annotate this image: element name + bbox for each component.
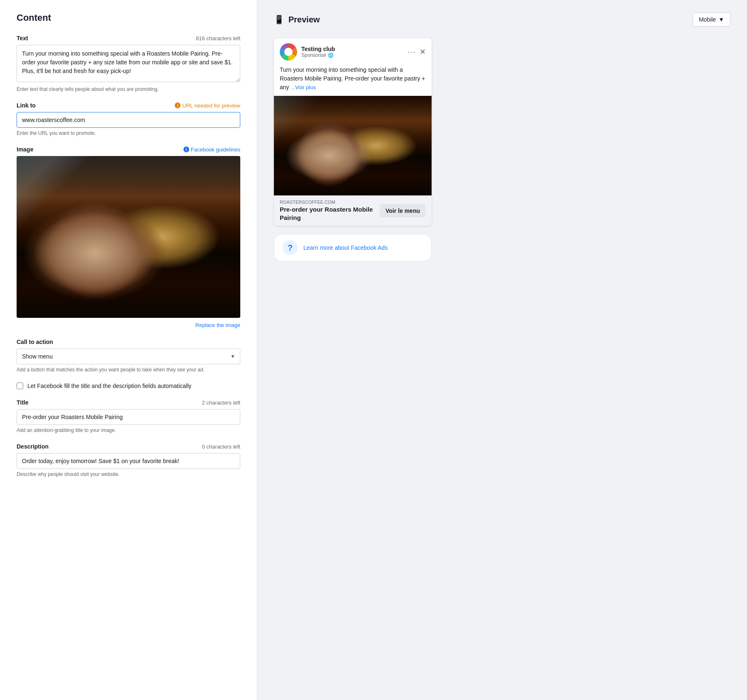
cta-field-group: Call to action Show menu Learn More Shop… — [17, 339, 240, 373]
text-field-label: Text — [17, 35, 28, 41]
content-panel: Content Text 816 characters left Turn yo… — [0, 0, 257, 700]
title-field-label: Title — [17, 399, 29, 406]
avatar-logo-inner — [284, 48, 293, 56]
preview-body-text: Turn your morning into something special… — [274, 66, 432, 96]
preview-page-info: Testing club Sponsorisé 🌐 — [301, 46, 403, 58]
link-field-group: Link to i URL needed for preview Enter t… — [17, 102, 240, 136]
mobile-dropdown-button[interactable]: Mobile ▼ — [693, 12, 730, 27]
text-field-header: Text 816 characters left — [17, 35, 240, 41]
url-input[interactable] — [17, 112, 240, 128]
autofill-checkbox-row: Let Facebook fill the title and the desc… — [17, 383, 240, 389]
preview-cta-headline: Pre-order your Roasters Mobile Pairing — [280, 205, 380, 222]
text-field-group: Text 816 characters left Turn your morni… — [17, 35, 240, 92]
url-needed-badge: i URL needed for preview — [175, 102, 240, 109]
facebook-learn-more-card: ? Learn more about Facebook Ads — [274, 234, 432, 261]
preview-page-name: Testing club — [301, 46, 403, 52]
dropdown-chevron-icon: ▼ — [718, 16, 724, 23]
cta-field-label: Call to action — [17, 339, 53, 345]
preview-panel: 📱 Preview Mobile ▼ Testing club — [257, 0, 747, 700]
title-field-header: Title 2 characters left — [17, 399, 240, 406]
preview-footer: roasterscoffee.com Pre-order your Roaste… — [274, 195, 432, 226]
preview-voir-plus: ...Voir plus — [290, 84, 316, 90]
url-needed-text: URL needed for preview — [182, 102, 240, 109]
panel-title: Content — [17, 12, 240, 23]
link-field-hint: Enter the URL you want to promote. — [17, 130, 240, 136]
url-input-wrapper — [17, 112, 240, 128]
globe-icon: 🌐 — [328, 53, 334, 58]
three-dots-icon[interactable]: ··· — [408, 48, 416, 56]
image-section-header: Image i Facebook guidelines — [17, 146, 240, 153]
preview-sponsored-row: Sponsorisé 🌐 — [301, 52, 403, 58]
preview-domain: roasterscoffee.com — [280, 200, 380, 205]
mobile-btn-label: Mobile — [699, 16, 716, 23]
text-char-counter: 816 characters left — [196, 35, 240, 41]
preview-header-actions: ··· ✕ — [408, 47, 426, 56]
link-field-header: Link to i URL needed for preview — [17, 102, 240, 109]
description-field-label: Description — [17, 443, 49, 450]
replace-image-link[interactable]: Replace the image — [195, 322, 240, 328]
autofill-checkbox-label[interactable]: Let Facebook fill the title and the desc… — [27, 383, 191, 389]
title-char-counter: 2 characters left — [202, 400, 241, 406]
page-logo — [280, 43, 297, 61]
description-field-group: Description 0 characters left Describe w… — [17, 443, 240, 477]
title-field-group: Title 2 characters left Add an attention… — [17, 399, 240, 433]
preview-cta-button[interactable]: Voir le menu — [380, 204, 426, 217]
preview-image-sim — [274, 96, 432, 195]
voir-plus-link[interactable]: Voir plus — [295, 84, 316, 90]
preview-ad-card: Testing club Sponsorisé 🌐 ··· ✕ Turn you… — [274, 38, 432, 226]
coffee-image — [17, 156, 240, 318]
description-char-counter: 0 characters left — [202, 444, 241, 450]
autofill-checkbox[interactable] — [17, 383, 23, 389]
learn-more-prefix: Learn more about — [303, 244, 351, 251]
text-textarea[interactable]: Turn your morning into something special… — [17, 45, 240, 82]
preview-ad-image — [274, 96, 432, 195]
ad-image-container — [17, 156, 240, 318]
image-field-group: Image i Facebook guidelines Replace the … — [17, 146, 240, 329]
preview-card-header: Testing club Sponsorisé 🌐 ··· ✕ — [274, 38, 432, 66]
sponsored-label: Sponsorisé — [301, 52, 326, 58]
preview-avatar — [280, 43, 297, 61]
preview-header: 📱 Preview Mobile ▼ — [274, 12, 730, 27]
facebook-ads-link[interactable]: Facebook Ads — [351, 244, 388, 251]
cta-field-header: Call to action — [17, 339, 240, 345]
mobile-device-icon: 📱 — [274, 15, 284, 24]
preview-footer-left: roasterscoffee.com Pre-order your Roaste… — [280, 200, 380, 222]
cta-select-wrapper: Show menu Learn More Shop Now Sign Up Bo… — [17, 349, 240, 364]
description-input[interactable] — [17, 453, 240, 469]
close-preview-icon[interactable]: ✕ — [420, 47, 426, 56]
guidelines-link-text: Facebook guidelines — [191, 146, 240, 153]
cta-select[interactable]: Show menu Learn More Shop Now Sign Up Bo… — [17, 349, 240, 364]
description-field-hint: Describe why people should visit your we… — [17, 471, 240, 477]
description-field-header: Description 0 characters left — [17, 443, 240, 450]
facebook-guidelines-link[interactable]: i Facebook guidelines — [183, 146, 240, 153]
image-field-label: Image — [17, 146, 33, 153]
info-icon: i — [175, 102, 181, 108]
voir-plus-prefix: ... — [290, 84, 295, 90]
cta-field-hint: Add a button that matches the action you… — [17, 367, 240, 373]
link-field-label: Link to — [17, 102, 36, 109]
replace-image-section: Replace the image — [17, 321, 240, 329]
text-field-hint: Enter text that clearly tells people abo… — [17, 86, 240, 92]
title-input[interactable] — [17, 409, 240, 425]
preview-title-row: 📱 Preview — [274, 15, 320, 24]
preview-title-text: Preview — [288, 15, 320, 24]
question-mark-icon: ? — [283, 240, 298, 255]
info-circle-icon: i — [183, 146, 189, 152]
title-field-hint: Add an attention-grabbing title to your … — [17, 427, 240, 433]
learn-more-text: Learn more about Facebook Ads — [303, 244, 388, 251]
